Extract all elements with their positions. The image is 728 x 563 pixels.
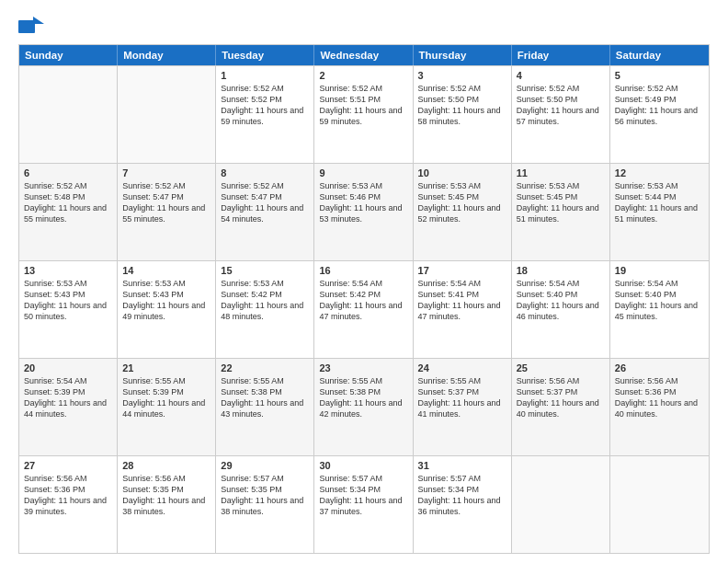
day-number: 5 [615, 70, 704, 81]
day-cell-26: 26Sunrise: 5:56 AMSunset: 5:36 PMDayligh… [610, 359, 709, 455]
cell-info: Daylight: 11 hours and 47 minutes. [418, 300, 506, 322]
cell-info: Sunset: 5:34 PM [319, 484, 407, 495]
cell-info: Daylight: 11 hours and 57 minutes. [517, 105, 605, 127]
logo-icon [18, 17, 44, 37]
cell-info: Sunrise: 5:52 AM [319, 83, 407, 94]
cell-info: Sunset: 5:44 PM [615, 191, 704, 202]
cell-info: Daylight: 11 hours and 43 minutes. [221, 397, 309, 419]
cell-info: Daylight: 11 hours and 42 minutes. [319, 397, 407, 419]
weekday-header-wednesday: Wednesday [314, 45, 413, 65]
cell-info: Sunrise: 5:53 AM [517, 180, 605, 191]
day-cell-3: 3Sunrise: 5:52 AMSunset: 5:50 PMDaylight… [414, 66, 512, 163]
day-number: 29 [221, 460, 309, 471]
day-cell-24: 24Sunrise: 5:55 AMSunset: 5:37 PMDayligh… [414, 359, 512, 455]
cell-info: Sunrise: 5:53 AM [122, 278, 210, 289]
day-number: 18 [517, 265, 605, 276]
cell-info: Daylight: 11 hours and 55 minutes. [24, 202, 112, 224]
day-number: 8 [221, 167, 309, 178]
day-cell-12: 12Sunrise: 5:53 AMSunset: 5:44 PMDayligh… [610, 164, 709, 260]
day-cell-2: 2Sunrise: 5:52 AMSunset: 5:51 PMDaylight… [314, 66, 413, 163]
cell-info: Sunset: 5:43 PM [24, 289, 112, 300]
cell-info: Daylight: 11 hours and 37 minutes. [319, 495, 407, 517]
cell-info: Daylight: 11 hours and 51 minutes. [615, 202, 704, 224]
cell-info: Sunset: 5:37 PM [418, 386, 506, 397]
cell-info: Sunset: 5:46 PM [319, 191, 407, 202]
calendar-week-3: 13Sunrise: 5:53 AMSunset: 5:43 PMDayligh… [19, 260, 709, 358]
day-number: 2 [319, 70, 407, 81]
weekday-header-monday: Monday [118, 45, 216, 65]
cell-info: Sunrise: 5:52 AM [221, 83, 309, 94]
day-cell-27: 27Sunrise: 5:56 AMSunset: 5:36 PMDayligh… [19, 456, 118, 553]
calendar-week-4: 20Sunrise: 5:54 AMSunset: 5:39 PMDayligh… [19, 358, 709, 455]
day-number: 31 [418, 460, 506, 471]
day-number: 21 [122, 362, 210, 373]
cell-info: Sunrise: 5:53 AM [418, 180, 506, 191]
cell-info: Sunset: 5:34 PM [418, 484, 506, 495]
cell-info: Daylight: 11 hours and 48 minutes. [221, 300, 309, 322]
day-cell-30: 30Sunrise: 5:57 AMSunset: 5:34 PMDayligh… [314, 456, 413, 553]
cell-info: Sunset: 5:47 PM [122, 191, 210, 202]
svg-rect-0 [18, 20, 35, 33]
cell-info: Sunrise: 5:55 AM [418, 375, 506, 386]
day-cell-9: 9Sunrise: 5:53 AMSunset: 5:46 PMDaylight… [314, 164, 413, 260]
cell-info: Sunset: 5:39 PM [122, 386, 210, 397]
day-cell-7: 7Sunrise: 5:52 AMSunset: 5:47 PMDaylight… [118, 164, 216, 260]
cell-info: Sunset: 5:48 PM [24, 191, 112, 202]
day-number: 24 [418, 362, 506, 373]
cell-info: Daylight: 11 hours and 36 minutes. [418, 495, 506, 517]
day-number: 10 [418, 167, 506, 178]
page: SundayMondayTuesdayWednesdayThursdayFrid… [0, 0, 728, 563]
cell-info: Daylight: 11 hours and 53 minutes. [319, 202, 407, 224]
cell-info: Sunrise: 5:57 AM [221, 473, 309, 484]
cell-info: Daylight: 11 hours and 40 minutes. [615, 397, 704, 419]
day-cell-13: 13Sunrise: 5:53 AMSunset: 5:43 PMDayligh… [19, 261, 118, 358]
cell-info: Daylight: 11 hours and 50 minutes. [24, 300, 112, 322]
cell-info: Sunset: 5:45 PM [517, 191, 605, 202]
weekday-header-tuesday: Tuesday [216, 45, 314, 65]
cell-info: Sunrise: 5:52 AM [418, 83, 506, 94]
cell-info: Sunrise: 5:57 AM [418, 473, 506, 484]
cell-info: Sunrise: 5:56 AM [24, 473, 112, 484]
cell-info: Sunset: 5:40 PM [615, 289, 704, 300]
cell-info: Sunrise: 5:54 AM [615, 278, 704, 289]
day-number: 27 [24, 460, 112, 471]
day-cell-17: 17Sunrise: 5:54 AMSunset: 5:41 PMDayligh… [414, 261, 512, 358]
day-number: 11 [517, 167, 605, 178]
day-number: 25 [517, 362, 605, 373]
day-cell-10: 10Sunrise: 5:53 AMSunset: 5:45 PMDayligh… [414, 164, 512, 260]
cell-info: Sunrise: 5:53 AM [221, 278, 309, 289]
cell-info: Daylight: 11 hours and 41 minutes. [418, 397, 506, 419]
day-cell-20: 20Sunrise: 5:54 AMSunset: 5:39 PMDayligh… [19, 359, 118, 455]
cell-info: Sunrise: 5:53 AM [24, 278, 112, 289]
cell-info: Daylight: 11 hours and 54 minutes. [221, 202, 309, 224]
cell-info: Sunrise: 5:54 AM [418, 278, 506, 289]
empty-cell [19, 66, 118, 163]
cell-info: Sunset: 5:50 PM [418, 94, 506, 105]
cell-info: Sunset: 5:51 PM [319, 94, 407, 105]
day-number: 12 [615, 167, 704, 178]
weekday-header-saturday: Saturday [610, 45, 709, 65]
cell-info: Sunset: 5:41 PM [418, 289, 506, 300]
empty-cell [118, 66, 216, 163]
cell-info: Sunrise: 5:54 AM [24, 375, 112, 386]
day-cell-22: 22Sunrise: 5:55 AMSunset: 5:38 PMDayligh… [216, 359, 314, 455]
day-number: 28 [122, 460, 210, 471]
day-cell-21: 21Sunrise: 5:55 AMSunset: 5:39 PMDayligh… [118, 359, 216, 455]
cell-info: Sunset: 5:35 PM [221, 484, 309, 495]
empty-cell [512, 456, 610, 553]
empty-cell [610, 456, 709, 553]
day-number: 26 [615, 362, 704, 373]
cell-info: Sunrise: 5:55 AM [122, 375, 210, 386]
cell-info: Daylight: 11 hours and 44 minutes. [122, 397, 210, 419]
day-number: 17 [418, 265, 506, 276]
logo [18, 17, 48, 37]
day-cell-5: 5Sunrise: 5:52 AMSunset: 5:49 PMDaylight… [610, 66, 709, 163]
cell-info: Sunset: 5:42 PM [319, 289, 407, 300]
cell-info: Sunrise: 5:52 AM [221, 180, 309, 191]
cell-info: Sunrise: 5:53 AM [319, 180, 407, 191]
cell-info: Daylight: 11 hours and 47 minutes. [319, 300, 407, 322]
cell-info: Daylight: 11 hours and 49 minutes. [122, 300, 210, 322]
cell-info: Sunrise: 5:56 AM [517, 375, 605, 386]
cell-info: Sunset: 5:47 PM [221, 191, 309, 202]
cell-info: Daylight: 11 hours and 58 minutes. [418, 105, 506, 127]
